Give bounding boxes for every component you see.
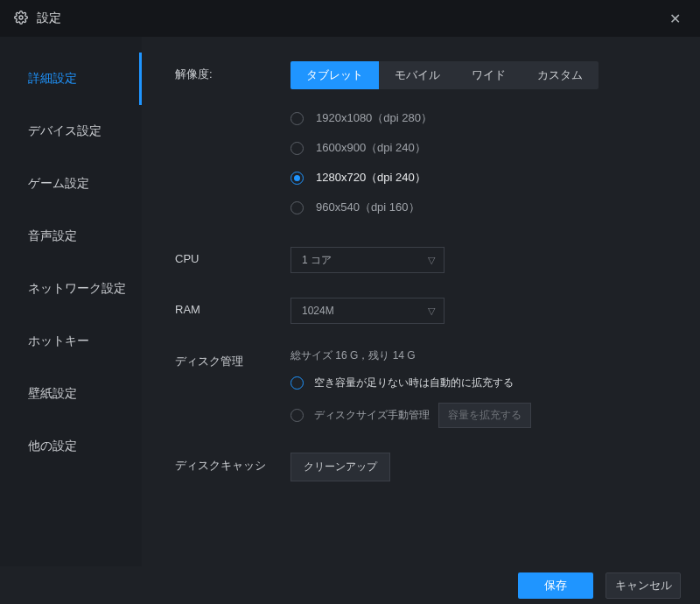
resolution-tabs: タブレットモバイルワイドカスタム [290, 61, 598, 89]
content-pane: 解像度: タブレットモバイルワイドカスタム 1920x1080（dpi 280）… [142, 37, 700, 566]
resolution-option-0[interactable]: 1920x1080（dpi 280） [290, 103, 674, 133]
window-title: 設定 [37, 11, 61, 26]
disk-status: 総サイズ 16 G，残り 14 G [290, 348, 674, 363]
resolution-option-label: 1600x900（dpi 240） [316, 140, 426, 156]
resolution-option-3[interactable]: 960x540（dpi 160） [290, 193, 674, 222]
resolution-option-1[interactable]: 1600x900（dpi 240） [290, 133, 674, 163]
cpu-value: 1 コア [302, 253, 332, 268]
sidebar: 詳細設定デバイス設定ゲーム設定音声設定ネットワーク設定ホットキー壁紙設定他の設定 [0, 37, 142, 566]
resolution-option-label: 1920x1080（dpi 280） [316, 110, 432, 126]
resolution-tab-3[interactable]: カスタム [522, 61, 598, 89]
sidebar-item-3[interactable]: 音声設定 [0, 210, 142, 263]
resolution-tab-0[interactable]: タブレット [290, 61, 379, 89]
cpu-label: CPU [175, 247, 290, 265]
resolution-options: 1920x1080（dpi 280）1600x900（dpi 240）1280x… [290, 103, 674, 222]
resolution-option-2[interactable]: 1280x720（dpi 240） [290, 163, 674, 193]
radio-icon [290, 376, 304, 390]
disk-label: ディスク管理 [175, 348, 290, 369]
cleanup-button[interactable]: クリーンアップ [290, 453, 390, 481]
disk-option-0[interactable]: 空き容量が足りない時は自動的に拡充する [290, 376, 674, 390]
radio-icon [290, 201, 304, 214]
disk-option-label: 空き容量が足りない時は自動的に拡充する [314, 376, 514, 390]
resolution-tab-1[interactable]: モバイル [379, 61, 456, 89]
sidebar-item-7[interactable]: 他の設定 [0, 420, 142, 473]
close-icon[interactable]: ✕ [664, 7, 686, 31]
sidebar-item-6[interactable]: 壁紙設定 [0, 368, 142, 420]
ram-label: RAM [175, 298, 290, 316]
resolution-label: 解像度: [175, 61, 290, 82]
disk-option-label: ディスクサイズ手動管理 [314, 408, 430, 423]
resolution-option-label: 1280x720（dpi 240） [316, 170, 426, 186]
save-button[interactable]: 保存 [518, 572, 593, 599]
sidebar-item-1[interactable]: デバイス設定 [0, 105, 142, 158]
radio-icon [290, 172, 304, 185]
cpu-select[interactable]: 1 コア ▽ [290, 247, 444, 273]
svg-point-0 [19, 16, 23, 19]
footer: 保存 キャンセル [0, 566, 700, 604]
cache-label: ディスクキャッシ [175, 453, 290, 474]
sidebar-item-0[interactable]: 詳細設定 [0, 53, 142, 105]
sidebar-item-5[interactable]: ホットキー [0, 315, 142, 368]
ram-select[interactable]: 1024M ▽ [290, 298, 444, 324]
radio-icon [290, 142, 304, 155]
resolution-tab-2[interactable]: ワイド [456, 61, 522, 89]
resolution-option-label: 960x540（dpi 160） [316, 200, 420, 215]
chevron-down-icon: ▽ [428, 306, 435, 317]
radio-icon [290, 409, 304, 422]
titlebar: 設定 ✕ [0, 0, 700, 37]
sidebar-item-4[interactable]: ネットワーク設定 [0, 263, 142, 315]
sidebar-item-2[interactable]: ゲーム設定 [0, 158, 142, 210]
chevron-down-icon: ▽ [428, 255, 435, 266]
ram-value: 1024M [302, 305, 334, 317]
radio-icon [290, 112, 304, 125]
gear-icon [14, 11, 28, 27]
cancel-button[interactable]: キャンセル [606, 572, 681, 599]
disk-expand-button[interactable]: 容量を拡充する [438, 403, 531, 428]
disk-option-1[interactable]: ディスクサイズ手動管理容量を拡充する [290, 403, 674, 428]
